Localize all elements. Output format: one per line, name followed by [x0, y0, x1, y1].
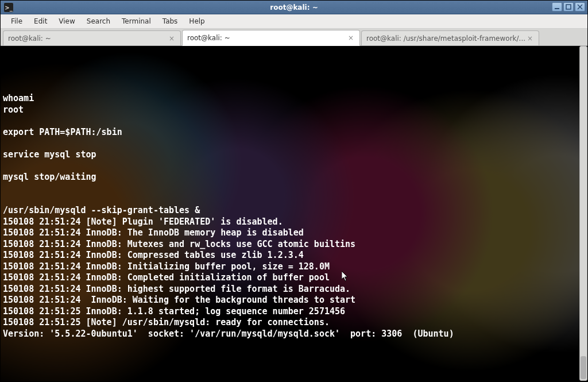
terminal-output: whoami root export PATH=$PATH:/sbin serv…: [1, 46, 587, 342]
svg-rect-1: [566, 5, 571, 9]
menu-edit[interactable]: Edit: [28, 15, 53, 28]
window-title: root@kali: ~: [270, 3, 318, 11]
close-icon[interactable]: ×: [347, 34, 355, 42]
titlebar[interactable]: >_ root@kali: ~: [1, 1, 587, 14]
menu-tabs[interactable]: Tabs: [157, 15, 184, 28]
menubar: File Edit View Search Terminal Tabs Help: [1, 14, 587, 29]
minimize-button[interactable]: [552, 2, 562, 11]
tabbar: root@kali: ~ × root@kali: ~ × root@kali:…: [1, 29, 587, 46]
menu-view[interactable]: View: [53, 15, 80, 28]
maximize-button[interactable]: [563, 2, 574, 11]
close-icon[interactable]: ×: [526, 34, 534, 43]
menu-help[interactable]: Help: [183, 15, 210, 28]
tab-2[interactable]: root@kali: ~ ×: [182, 30, 360, 46]
tab-1[interactable]: root@kali: ~ ×: [3, 30, 181, 45]
tab-label: root@kali: /usr/share/metasploit-framewo…: [366, 34, 526, 43]
tab-label: root@kali: ~: [8, 34, 168, 43]
terminal[interactable]: whoami root export PATH=$PATH:/sbin serv…: [1, 46, 587, 381]
menu-terminal[interactable]: Terminal: [116, 15, 157, 28]
close-icon[interactable]: ×: [168, 34, 176, 43]
application-window: >_ root@kali: ~ File Edit View Search Te…: [0, 0, 588, 382]
vertical-scrollbar[interactable]: [579, 46, 587, 381]
scroll-thumb[interactable]: [581, 356, 586, 379]
window-controls: [552, 2, 585, 11]
menu-file[interactable]: File: [5, 15, 28, 28]
menu-search[interactable]: Search: [81, 15, 116, 28]
tab-label: root@kali: ~: [187, 34, 347, 42]
app-icon: >_: [4, 3, 13, 12]
tab-3[interactable]: root@kali: /usr/share/metasploit-framewo…: [361, 30, 539, 45]
close-button[interactable]: [575, 2, 585, 11]
